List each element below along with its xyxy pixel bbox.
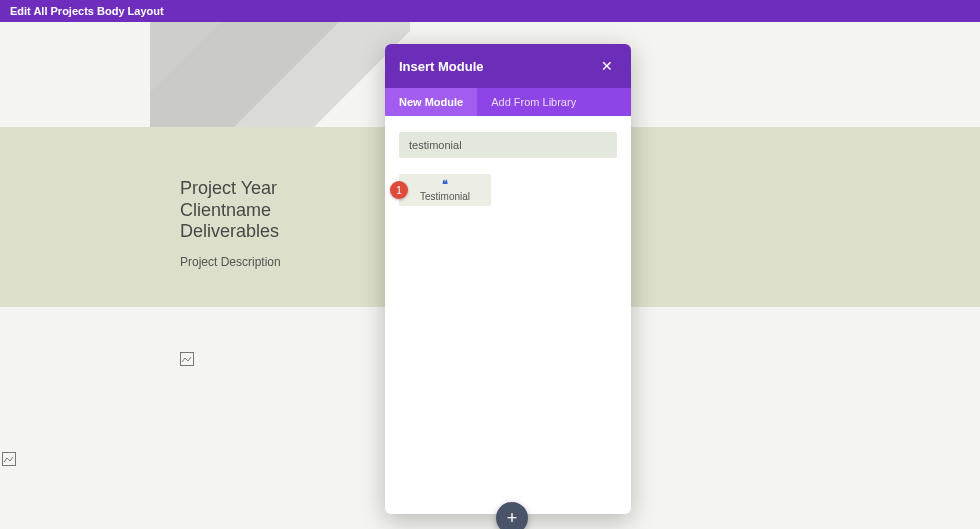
page-title: Edit All Projects Body Layout: [10, 5, 164, 17]
module-search-input[interactable]: [399, 132, 617, 158]
top-bar: Edit All Projects Body Layout: [0, 0, 980, 22]
project-year: Project Year: [180, 178, 277, 198]
add-button[interactable]: +: [496, 502, 528, 529]
svg-rect-0: [181, 353, 194, 366]
broken-image-icon: [180, 352, 196, 368]
project-info: Project Year Clientname Deliverables Pro…: [180, 178, 281, 269]
insert-module-modal: Insert Module ✕ New Module Add From Libr…: [385, 44, 631, 514]
svg-rect-1: [3, 453, 16, 466]
module-testimonial[interactable]: 1 ❝ Testimonial: [399, 174, 491, 206]
tab-add-from-library[interactable]: Add From Library: [477, 88, 590, 116]
modal-header: Insert Module ✕: [385, 44, 631, 88]
project-description: Project Description: [180, 255, 281, 269]
tab-new-module[interactable]: New Module: [385, 88, 477, 116]
plus-icon: +: [507, 509, 518, 527]
modal-body: 1 ❝ Testimonial: [385, 116, 631, 514]
close-icon[interactable]: ✕: [597, 56, 617, 76]
project-client: Clientname: [180, 200, 271, 220]
broken-image-icon: [2, 452, 18, 468]
project-deliverables: Deliverables: [180, 221, 279, 241]
module-grid: 1 ❝ Testimonial: [399, 174, 617, 206]
module-label: Testimonial: [420, 191, 470, 202]
modal-title: Insert Module: [399, 59, 484, 74]
modal-tabs: New Module Add From Library: [385, 88, 631, 116]
step-badge: 1: [390, 181, 408, 199]
quote-icon: ❝: [442, 179, 448, 190]
